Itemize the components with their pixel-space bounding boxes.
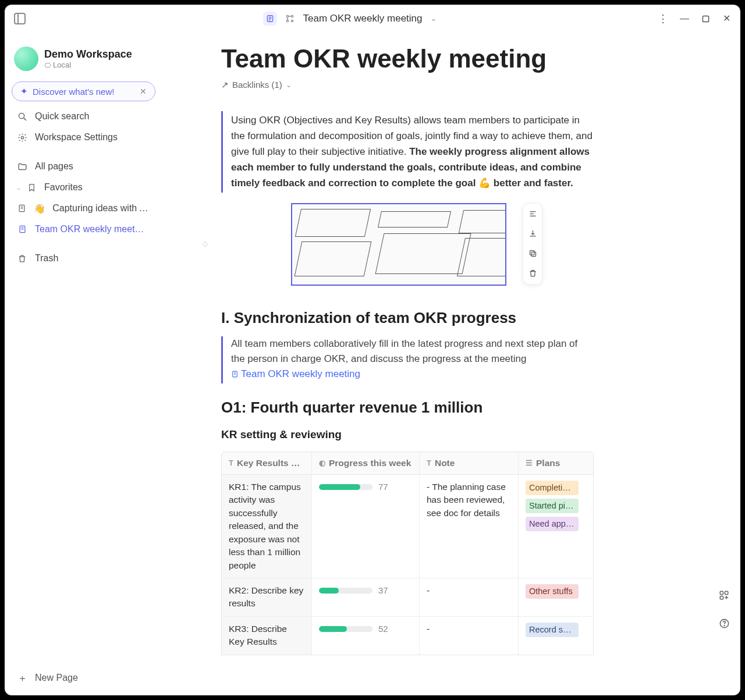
workspace-settings[interactable]: Workspace Settings: [9, 127, 158, 148]
doc-icon: [16, 202, 27, 214]
sidebar: Demo Workspace 🖵 Local ✦ Discover what's…: [5, 33, 163, 695]
download-icon[interactable]: [526, 227, 540, 241]
svg-point-5: [292, 15, 293, 17]
progress-icon: ◐: [319, 459, 325, 467]
svg-point-13: [21, 136, 23, 138]
table-header-row: TKey Results … ◐Progress this week TNote…: [222, 452, 593, 475]
workspace-avatar: [14, 47, 38, 71]
new-page-button[interactable]: ＋ New Page: [9, 665, 158, 691]
backlinks[interactable]: ↗ Backlinks (1) ⌄: [221, 80, 594, 90]
th-note[interactable]: TNote: [420, 452, 519, 474]
doc-icon: [16, 223, 28, 235]
cell-progress[interactable]: 37: [312, 578, 420, 616]
wave-emoji: 👋: [34, 203, 45, 214]
svg-point-11: [19, 113, 24, 118]
arrow-icon: ↗: [221, 80, 229, 90]
favorites[interactable]: ⌄ Favorites: [9, 177, 158, 198]
cell-key-result[interactable]: KR1: The campus activity was successfull…: [222, 475, 312, 578]
svg-line-12: [23, 118, 26, 120]
cell-progress[interactable]: 52: [312, 617, 420, 655]
monitor-icon: 🖵: [44, 62, 51, 69]
table-row[interactable]: KR1: The campus activity was successfull…: [222, 475, 593, 578]
section-1-quote[interactable]: All team members collaboratively fill in…: [221, 336, 594, 383]
svg-rect-28: [720, 591, 723, 594]
section-heading-1[interactable]: I. Synchronization of team OKR progress: [221, 309, 594, 327]
list-icon: ☰: [526, 459, 533, 467]
kr-table: TKey Results … ◐Progress this week TNote…: [221, 452, 594, 655]
close-button[interactable]: ✕: [722, 14, 731, 23]
svg-rect-10: [703, 16, 708, 22]
plan-tag[interactable]: Completion of b: [526, 481, 579, 495]
objective-heading[interactable]: O1: Fourth quarter revenue 1 million: [221, 399, 594, 417]
discover-banner[interactable]: ✦ Discover what's new! ✕: [12, 81, 155, 101]
svg-rect-24: [530, 251, 534, 255]
svg-rect-23: [531, 252, 536, 257]
more-menu-icon[interactable]: ⋮: [658, 12, 668, 25]
svg-rect-29: [725, 591, 728, 594]
text-icon: T: [427, 459, 431, 467]
cell-note[interactable]: -: [420, 578, 519, 616]
cell-key-result[interactable]: KR3: Describe Key Results: [222, 617, 312, 655]
plan-tag[interactable]: Need approval o: [526, 517, 579, 531]
maximize-button[interactable]: [701, 14, 710, 23]
svg-rect-30: [720, 596, 723, 599]
widgets-icon[interactable]: [717, 588, 731, 602]
tab-title[interactable]: Team OKR weekly meeting: [303, 13, 422, 24]
kr-subheading[interactable]: KR setting & reviewing: [221, 428, 594, 441]
svg-point-33: [724, 625, 725, 626]
chevron-down-icon: ⌄: [286, 81, 292, 89]
folder-icon: [16, 161, 28, 172]
caption-icon[interactable]: [526, 207, 540, 221]
sidebar-page-team-okr[interactable]: Team OKR weekly meeting: [9, 219, 158, 240]
image-toolbar: [523, 203, 542, 285]
plan-tag[interactable]: Other stuffs: [526, 584, 579, 599]
cell-key-result[interactable]: KR2: Describe key results: [222, 578, 312, 616]
text-icon: T: [229, 459, 233, 467]
chevron-down-icon[interactable]: ⌄: [16, 184, 21, 191]
plan-tag[interactable]: Started piloting: [526, 499, 579, 513]
trash[interactable]: Trash: [9, 248, 158, 269]
cell-plans[interactable]: Record specific i: [519, 617, 586, 655]
gear-icon: [16, 132, 28, 143]
workspace-switcher[interactable]: Demo Workspace 🖵 Local: [9, 47, 158, 79]
search-icon: [16, 111, 28, 122]
svg-point-4: [287, 15, 289, 17]
panel-toggle-icon[interactable]: [14, 13, 26, 24]
chevron-down-icon[interactable]: ⌄: [431, 15, 437, 23]
structure-icon[interactable]: [284, 13, 296, 24]
svg-point-7: [292, 20, 293, 22]
cell-note[interactable]: - The planning case has been reviewed, s…: [420, 475, 519, 578]
th-progress[interactable]: ◐Progress this week: [312, 452, 420, 474]
cell-progress[interactable]: 77: [312, 475, 420, 578]
all-pages[interactable]: All pages: [9, 156, 158, 177]
copy-icon[interactable]: [526, 247, 540, 261]
table-row[interactable]: KR2: Describe key results37-Other stuffs: [222, 578, 593, 617]
svg-point-6: [287, 20, 289, 22]
help-icon[interactable]: [717, 616, 731, 630]
quick-search[interactable]: Quick search: [9, 106, 158, 127]
cell-plans[interactable]: Completion of bStarted pilotingNeed appr…: [519, 475, 586, 578]
table-row[interactable]: KR3: Describe Key Results52-Record speci…: [222, 617, 593, 655]
main-content: ◇ Team OKR weekly meeting ↗ Backlinks (1…: [163, 33, 740, 695]
image-block[interactable]: [291, 203, 524, 286]
th-plans[interactable]: ☰Plans: [519, 452, 586, 474]
minimize-button[interactable]: —: [680, 14, 689, 23]
sidebar-page-capturing[interactable]: 👋 Capturing ideas with AF…: [9, 198, 158, 219]
image-placeholder: [291, 203, 506, 286]
cell-plans[interactable]: Other stuffs: [519, 578, 586, 616]
delete-icon[interactable]: [526, 267, 540, 280]
trash-icon: [16, 253, 28, 264]
intro-quote[interactable]: Using OKR (Objectives and Key Results) a…: [221, 111, 594, 193]
inline-page-link[interactable]: Team OKR weekly meeting: [231, 367, 360, 382]
close-icon[interactable]: ✕: [140, 87, 147, 96]
plus-icon: ＋: [16, 672, 28, 684]
sparkle-icon: ✦: [20, 86, 28, 97]
plan-tag[interactable]: Record specific i: [526, 623, 579, 637]
block-handle-icon[interactable]: ◇: [203, 240, 208, 248]
th-key-results[interactable]: TKey Results …: [222, 452, 312, 474]
cell-note[interactable]: -: [420, 617, 519, 655]
doc-mode-icon[interactable]: [263, 12, 277, 26]
workspace-name: Demo Workspace: [44, 48, 132, 61]
page-title[interactable]: Team OKR weekly meeting: [221, 44, 594, 74]
discover-label: Discover what's new!: [33, 87, 114, 97]
